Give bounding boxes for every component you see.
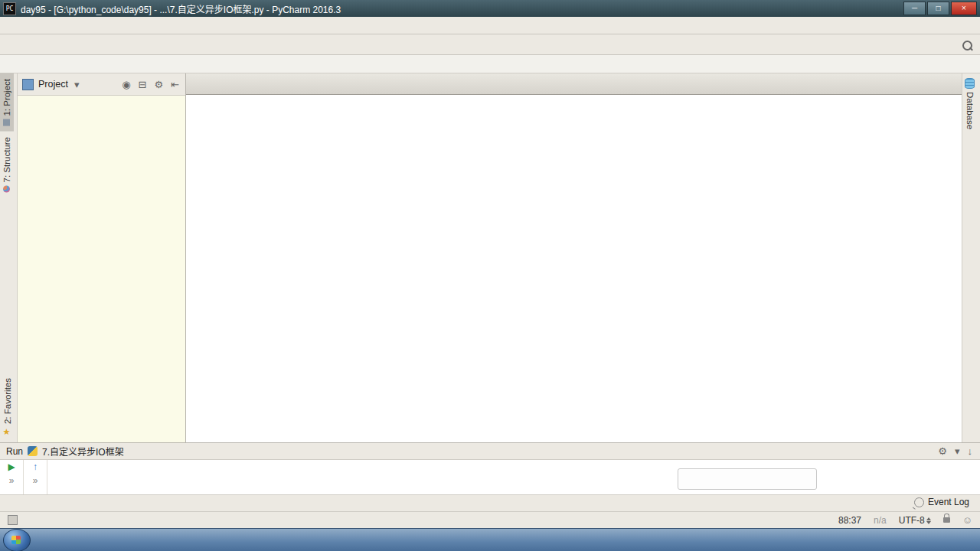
window-title: day95 - [G:\python_code\day95] - ...\7.自… <box>21 2 899 15</box>
run-config-name: 7.自定义异步IO框架 <box>42 445 124 458</box>
toggle-tool-buttons-icon[interactable] <box>8 515 18 525</box>
database-icon <box>965 78 975 89</box>
hide-run-panel-icon[interactable]: ↓ <box>966 445 975 457</box>
expand-icon[interactable]: » <box>9 475 15 486</box>
search-everywhere-icon[interactable] <box>959 37 975 54</box>
status-bar: 88:37 n/a UTF-8 ☺ <box>0 511 980 528</box>
run-panel-dropdown-icon[interactable]: ▾ <box>953 445 962 457</box>
left-tool-stripe: 1: Project 7: Structure ★ 2: Favorites <box>0 73 18 442</box>
project-view-icon <box>22 79 34 90</box>
right-tool-stripe: Database <box>962 73 980 442</box>
event-log-icon <box>914 497 924 507</box>
windows-taskbar <box>0 528 980 551</box>
hide-panel-icon[interactable]: ⇤ <box>169 79 181 90</box>
event-log-button[interactable]: Event Log <box>914 497 969 507</box>
run-panel-label: Run <box>6 446 23 457</box>
project-tool-icon <box>4 119 11 126</box>
collapse-all-icon[interactable]: ⊟ <box>137 79 149 90</box>
scroll-to-top-icon[interactable]: ↑ <box>33 461 38 472</box>
minimize-button[interactable]: ─ <box>903 2 926 15</box>
python-file-icon <box>28 446 38 456</box>
project-tree <box>18 96 185 442</box>
menu-bar <box>0 17 980 34</box>
maximize-button[interactable]: □ <box>927 2 949 15</box>
close-button[interactable]: × <box>951 2 977 15</box>
magnifier-icon <box>962 41 972 51</box>
start-button[interactable] <box>3 529 31 551</box>
code-editor[interactable] <box>186 95 962 442</box>
locate-file-icon[interactable]: ◉ <box>120 79 132 90</box>
selection-info: n/a <box>874 515 887 526</box>
readonly-lock-icon[interactable] <box>943 517 950 523</box>
run-panel-header: Run 7.自定义异步IO框架 ⚙ ▾ ↓ <box>0 443 980 460</box>
editor-tabs <box>186 73 962 95</box>
star-icon: ★ <box>2 427 12 437</box>
panel-settings-icon[interactable]: ⚙ <box>152 79 165 90</box>
run-panel-settings-icon[interactable]: ⚙ <box>936 445 949 457</box>
console-toolbar: ↑ » <box>24 460 47 496</box>
caret-position[interactable]: 88:37 <box>838 515 861 526</box>
project-panel-title: Project <box>38 79 68 90</box>
file-encoding[interactable]: UTF-8 <box>899 515 931 526</box>
run-toolbar: ▶ » <box>0 460 24 496</box>
database-tool-button[interactable]: Database <box>962 73 977 134</box>
sogou-ime-bar <box>678 468 817 490</box>
hector-inspector-icon[interactable]: ☺ <box>962 514 972 526</box>
main-toolbar <box>0 34 980 55</box>
pycharm-app-icon: PC <box>3 2 16 15</box>
project-panel-header: Project ▾ ◉ ⊟ ⚙ ⇤ <box>18 73 185 96</box>
structure-tool-button[interactable]: 7: Structure <box>0 132 14 197</box>
project-view-dropdown[interactable]: ▾ <box>73 79 81 90</box>
project-tool-button[interactable]: 1: Project <box>0 73 14 132</box>
rerun-icon[interactable]: ▶ <box>8 461 15 472</box>
title-bar: PC day95 - [G:\python_code\day95] - ...\… <box>0 0 980 17</box>
run-console-output[interactable] <box>47 460 980 496</box>
breadcrumb <box>0 55 980 73</box>
run-tool-window: Run 7.自定义异步IO框架 ⚙ ▾ ↓ ▶ » ↑ » <box>0 442 980 494</box>
favorites-tool-button[interactable]: ★ 2: Favorites <box>0 373 15 442</box>
project-panel: Project ▾ ◉ ⊟ ⚙ ⇤ <box>18 73 186 442</box>
expand-icon-2[interactable]: » <box>33 475 38 486</box>
tool-window-bar <box>0 494 980 511</box>
structure-icon <box>4 185 11 192</box>
